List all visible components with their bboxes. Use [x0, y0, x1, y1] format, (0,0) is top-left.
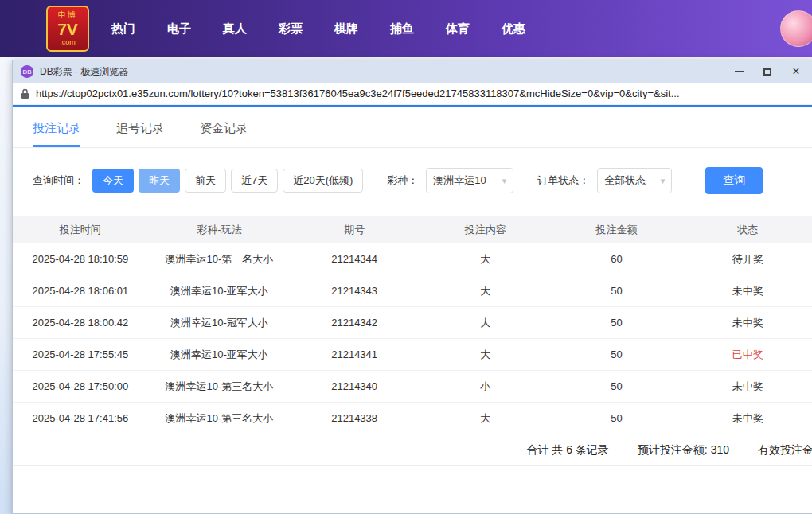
game-play: 澳洲幸运10-亚军大小 — [148, 284, 291, 298]
table-row: 2025-04-28 18:00:42澳洲幸运10-冠军大小21214342大5… — [13, 307, 812, 339]
nav-item[interactable]: 真人 — [223, 21, 247, 37]
bet-time: 2025-04-28 17:50:00 — [13, 380, 148, 392]
status-badge: 待开奖 — [680, 252, 812, 267]
time-option[interactable]: 前天 — [185, 169, 226, 193]
status-badge: 已中奖 — [680, 348, 812, 362]
game-play: 澳洲幸运10-亚军大小 — [148, 348, 291, 362]
lottery-select-value: 澳洲幸运10 — [433, 173, 486, 188]
minimize-icon — [735, 71, 744, 72]
window-title: DB彩票 - 极速浏览器 — [40, 65, 128, 79]
tab[interactable]: 资金记录 — [200, 121, 248, 147]
issue-number: 21214341 — [291, 349, 418, 360]
status-badge: 未中奖 — [680, 316, 812, 330]
nav-item[interactable]: 捕鱼 — [390, 21, 414, 37]
nav-item[interactable]: 热门 — [111, 21, 135, 37]
column-header: 投注内容 — [418, 223, 553, 237]
bet-amount: 50 — [553, 380, 681, 392]
bet-amount: 50 — [553, 412, 681, 424]
app-icon: DB — [21, 65, 33, 78]
nav-item[interactable]: 彩票 — [279, 21, 303, 37]
table-row: 2025-04-28 17:41:56澳洲幸运10-第三名大小21214338大… — [13, 403, 812, 434]
window-controls: × — [724, 60, 810, 83]
issue-number: 21214344 — [291, 253, 418, 265]
status-badge: 未中奖 — [680, 411, 812, 426]
column-header: 期号 — [291, 223, 418, 237]
bet-amount: 50 — [553, 317, 681, 329]
game-play: 澳洲幸运10-第三名大小 — [148, 380, 291, 394]
table-row: 2025-04-28 17:55:45澳洲幸运10-亚军大小21214341大5… — [13, 339, 812, 371]
site-navbar: 申博 7V .com 热门电子真人彩票棋牌捕鱼体育优惠 — [0, 0, 812, 57]
site-logo[interactable]: 申博 7V .com — [46, 6, 89, 52]
tab[interactable]: 追号记录 — [116, 121, 164, 147]
order-status-select[interactable]: 全部状态 ▾ — [597, 168, 672, 193]
nav-item[interactable]: 电子 — [167, 21, 191, 37]
time-option[interactable]: 近20天(低频) — [283, 169, 363, 193]
search-button[interactable]: 查询 — [705, 167, 763, 194]
close-button[interactable]: × — [782, 60, 810, 83]
column-header: 投注时间 — [13, 223, 148, 237]
page-content: 投注记录追号记录资金记录 查询时间： 今天昨天前天近7天近20天(低频) 彩种：… — [13, 107, 812, 513]
url-text: https://ctop02pctx01.e35zun.com/lottery/… — [36, 88, 680, 99]
table-row: 2025-04-28 18:06:01澳洲幸运10-亚军大小21214343大5… — [13, 275, 812, 307]
issue-number: 21214342 — [291, 317, 418, 329]
logo-text-main: 7V — [48, 21, 88, 37]
nav-item[interactable]: 棋牌 — [334, 21, 358, 37]
time-filter-label: 查询时间： — [33, 173, 84, 188]
issue-number: 21214340 — [291, 380, 418, 392]
time-option[interactable]: 今天 — [92, 169, 134, 193]
issue-number: 21214343 — [291, 285, 418, 297]
minimize-button[interactable] — [724, 60, 753, 83]
status-select-value: 全部状态 — [604, 173, 646, 188]
browser-window: DB DB彩票 - 极速浏览器 × https://ctop02pctx01.e… — [12, 60, 812, 514]
bet-content: 小 — [418, 380, 553, 394]
lottery-select[interactable]: 澳洲幸运10 ▾ — [426, 168, 513, 193]
tab[interactable]: 投注记录 — [33, 121, 80, 147]
filter-row: 查询时间： 今天昨天前天近7天近20天(低频) 彩种： 澳洲幸运10 ▾ 订单状… — [33, 167, 812, 194]
lock-icon — [21, 88, 29, 99]
valid-bet-amount: 有效投注金 — [758, 443, 812, 458]
game-play: 澳洲幸运10-第三名大小 — [148, 411, 291, 426]
table-row: 2025-04-28 18:10:59澳洲幸运10-第三名大小21214344大… — [13, 243, 812, 275]
status-badge: 未中奖 — [680, 380, 812, 394]
bet-time: 2025-04-28 17:55:45 — [13, 349, 148, 360]
bet-records-table: 投注时间彩种-玩法期号投注内容投注金额状态 2025-04-28 18:10:5… — [13, 216, 812, 466]
bet-amount: 60 — [553, 253, 681, 265]
bet-time: 2025-04-28 17:41:56 — [13, 412, 148, 424]
table-footer: 合计 共 6 条记录 预计投注金额: 310 有效投注金 — [13, 434, 812, 466]
chevron-down-icon: ▾ — [502, 176, 507, 186]
url-bar[interactable]: https://ctop02pctx01.e35zun.com/lottery/… — [13, 83, 812, 105]
tabs: 投注记录追号记录资金记录 — [13, 107, 812, 148]
window-titlebar: DB DB彩票 - 极速浏览器 × — [13, 60, 812, 83]
column-header: 状态 — [680, 223, 812, 237]
bet-content: 大 — [418, 316, 553, 330]
bet-time: 2025-04-28 18:06:01 — [13, 285, 148, 297]
time-option[interactable]: 近7天 — [231, 169, 278, 193]
issue-number: 21214338 — [291, 412, 418, 424]
table-row: 2025-04-28 17:50:00澳洲幸运10-第三名大小21214340小… — [13, 371, 812, 403]
logo-text-top: 申博 — [48, 11, 88, 19]
time-option[interactable]: 昨天 — [139, 169, 180, 193]
bet-content: 大 — [418, 252, 553, 267]
nav-item[interactable]: 优惠 — [502, 21, 525, 37]
bet-content: 大 — [418, 411, 553, 426]
bet-time: 2025-04-28 18:00:42 — [13, 317, 148, 329]
chevron-down-icon: ▾ — [661, 176, 666, 186]
game-play: 澳洲幸运10-第三名大小 — [148, 252, 291, 267]
table-header-row: 投注时间彩种-玩法期号投注内容投注金额状态 — [13, 216, 812, 243]
bet-content: 大 — [418, 284, 553, 298]
nav-item[interactable]: 体育 — [446, 21, 470, 37]
logo-text-bottom: .com — [48, 39, 88, 46]
table-body: 2025-04-28 18:10:59澳洲幸运10-第三名大小21214344大… — [13, 243, 812, 434]
status-filter-label: 订单状态： — [537, 173, 589, 188]
bet-content: 大 — [418, 348, 553, 362]
lottery-filter-label: 彩种： — [387, 173, 418, 188]
column-header: 投注金额 — [553, 223, 681, 237]
records-summary: 合计 共 6 条记录 — [526, 443, 608, 458]
bet-amount: 50 — [553, 285, 681, 297]
close-icon: × — [792, 65, 799, 78]
user-avatar[interactable] — [780, 10, 812, 47]
maximize-button[interactable] — [753, 60, 782, 83]
expected-bet-amount: 预计投注金额: 310 — [638, 443, 729, 458]
maximize-icon — [763, 68, 771, 76]
nav-menu: 热门电子真人彩票棋牌捕鱼体育优惠 — [111, 21, 525, 37]
